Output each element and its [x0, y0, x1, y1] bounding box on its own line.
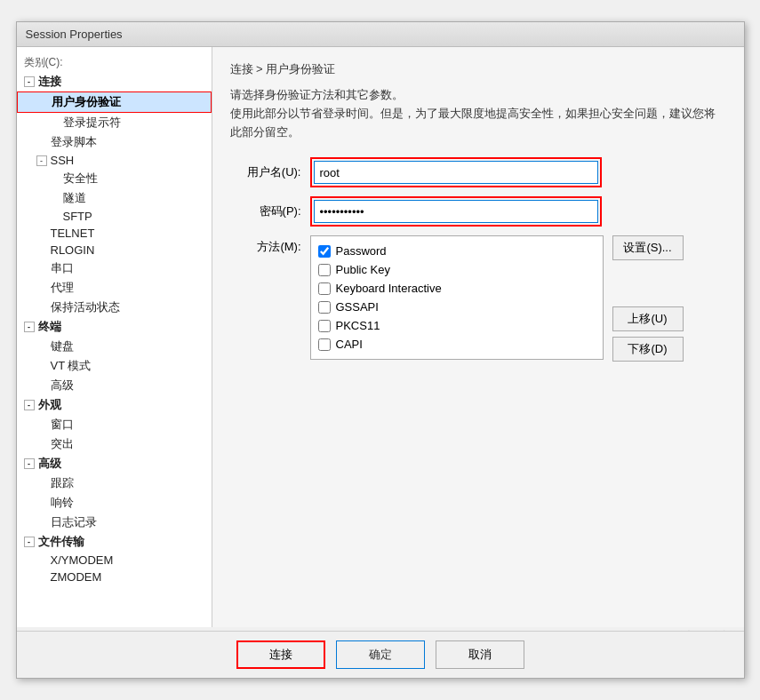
tree-item-appearance[interactable]: -外观 — [17, 395, 212, 415]
password-row: 密码(P): — [230, 196, 726, 227]
tree-toggle-ssh[interactable]: - — [36, 155, 47, 166]
movedown-button[interactable]: 下移(D) — [612, 337, 684, 362]
tree-item-advanced2[interactable]: -高级 — [17, 454, 212, 473]
tree-item-sftp[interactable]: SFTP — [17, 208, 212, 225]
username-input[interactable] — [314, 161, 598, 184]
methods-row: 方法(M): PasswordPublic KeyKeyboard Intera… — [230, 235, 726, 362]
main-dialog: Session Properties 类别(C): -连接用户身份验证登录提示符… — [16, 21, 745, 679]
settings-button[interactable]: 设置(S)... — [612, 235, 684, 260]
tree-item-highlight[interactable]: 突出 — [17, 434, 212, 454]
tree-toggle-appearance[interactable]: - — [24, 400, 35, 410]
cancel-button[interactable]: 取消 — [436, 640, 524, 669]
tree-item-auth[interactable]: 用户身份验证 — [17, 91, 212, 113]
tree-item-advanced[interactable]: 高级 — [17, 376, 212, 395]
method-label-capi: CAPI — [336, 338, 363, 351]
tree-label-telnet: TELNET — [51, 227, 95, 240]
section-desc: 请选择身份验证方法和其它参数。 使用此部分以节省登录时间。但是，为了最大限度地提… — [230, 86, 726, 141]
method-item-public-key: Public Key — [318, 260, 596, 279]
tree-label-tunnel: 隧道 — [63, 190, 86, 206]
password-label: 密码(P): — [230, 203, 301, 219]
method-label-password: Password — [336, 244, 387, 258]
tree-item-rlogin[interactable]: RLOGIN — [17, 242, 212, 259]
method-checkbox-gssapi[interactable] — [318, 301, 331, 314]
ok-button[interactable]: 确定 — [336, 640, 425, 669]
method-checkbox-password[interactable] — [318, 245, 331, 258]
right-panel: 连接 > 用户身份验证 请选择身份验证方法和其它参数。 使用此部分以节省登录时间… — [212, 47, 744, 627]
tree-label-keyboard: 键盘 — [51, 338, 74, 354]
tree-item-vt-mode[interactable]: VT 模式 — [17, 356, 212, 376]
tree-label-advanced: 高级 — [51, 378, 74, 394]
method-item-keyboard-interactive: Keyboard Interactive — [318, 279, 596, 298]
tree-label-advanced2: 高级 — [38, 456, 61, 472]
dialog-body: 类别(C): -连接用户身份验证登录提示符登录脚本-SSH安全性隧道SFTPTE… — [17, 47, 744, 627]
tree-label-security: 安全性 — [63, 171, 98, 187]
tree-label-xymodem: X/YMODEM — [51, 553, 114, 567]
dialog-title: Session Properties — [26, 28, 123, 41]
tree-item-window[interactable]: 窗口 — [17, 415, 212, 434]
method-checkbox-keyboard-interactive[interactable] — [318, 282, 331, 295]
tree-label-rlogin: RLOGIN — [51, 243, 95, 257]
tree-label-vt-mode: VT 模式 — [51, 358, 92, 374]
username-label: 用户名(U): — [230, 164, 301, 180]
tree-item-login-script[interactable]: 登录脚本 — [17, 132, 212, 152]
tree-label-proxy: 代理 — [51, 280, 74, 296]
method-label-gssapi: GSSAPI — [336, 300, 379, 314]
tree-label-keepalive: 保持活动状态 — [51, 299, 120, 315]
method-checkbox-capi[interactable] — [318, 338, 331, 351]
moveup-button[interactable]: 上移(U) — [612, 306, 684, 331]
tree-label-auth: 用户身份验证 — [52, 94, 121, 110]
tree-label-log: 日志记录 — [51, 514, 97, 530]
methods-box: PasswordPublic KeyKeyboard InteractiveGS… — [310, 235, 604, 360]
tree-item-proxy[interactable]: 代理 — [17, 278, 212, 298]
tree-label-ssh: SSH — [51, 154, 75, 167]
tree-label-zmodem: ZMODEM — [51, 570, 102, 584]
connect-button[interactable]: 连接 — [236, 640, 325, 669]
desc-line1: 请选择身份验证方法和其它参数。 — [230, 86, 726, 105]
tree-item-zmodem[interactable]: ZMODEM — [17, 569, 212, 585]
username-input-wrap — [310, 157, 602, 187]
tree-label-connection: 连接 — [38, 74, 61, 90]
tree-label-filetransfer: 文件传输 — [38, 534, 84, 550]
breadcrumb: 连接 > 用户身份验证 — [230, 61, 726, 77]
dialog-footer: 连接 确定 取消 — [17, 631, 744, 678]
tree-item-bell[interactable]: 响铃 — [17, 493, 212, 513]
method-label-pkcs11: PKCS11 — [336, 319, 380, 332]
tree-item-security[interactable]: 安全性 — [17, 169, 212, 188]
username-row: 用户名(U): — [230, 157, 726, 187]
method-item-password: Password — [318, 242, 596, 260]
tree-item-xymodem[interactable]: X/YMODEM — [17, 552, 212, 569]
tree-item-trace[interactable]: 跟踪 — [17, 473, 212, 493]
dialog-title-bar: Session Properties — [17, 22, 744, 47]
tree-label-login-script: 登录脚本 — [51, 134, 97, 150]
tree-toggle-terminal[interactable]: - — [24, 322, 35, 332]
tree-item-connection[interactable]: -连接 — [17, 72, 212, 91]
tree-toggle-advanced2[interactable]: - — [24, 458, 35, 469]
tree-label-login-prompt: 登录提示符 — [63, 115, 121, 131]
tree-item-tunnel[interactable]: 隧道 — [17, 188, 212, 208]
category-label: 类别(C): — [17, 52, 212, 72]
tree-toggle-filetransfer[interactable]: - — [24, 537, 35, 547]
tree-item-log[interactable]: 日志记录 — [17, 513, 212, 532]
desc-line2: 使用此部分以节省登录时间。但是，为了最大限度地提高安全性，如果担心安全问题，建议… — [230, 105, 726, 142]
method-item-gssapi: GSSAPI — [318, 298, 596, 316]
tree-item-telnet[interactable]: TELNET — [17, 225, 212, 242]
tree-item-ssh[interactable]: -SSH — [17, 152, 212, 169]
tree-item-login-prompt[interactable]: 登录提示符 — [17, 113, 212, 132]
tree-label-highlight: 突出 — [51, 436, 74, 452]
method-item-capi: CAPI — [318, 335, 596, 354]
tree-item-filetransfer[interactable]: -文件传输 — [17, 532, 212, 552]
tree-label-window: 窗口 — [51, 417, 74, 433]
tree-item-serial[interactable]: 串口 — [17, 259, 212, 278]
method-checkbox-public-key[interactable] — [318, 264, 331, 276]
password-input[interactable] — [314, 200, 598, 223]
tree-label-appearance: 外观 — [38, 397, 61, 413]
method-checkbox-pkcs11[interactable] — [318, 320, 331, 332]
tree-item-terminal[interactable]: -终端 — [17, 317, 212, 337]
tree-item-keepalive[interactable]: 保持活动状态 — [17, 298, 212, 317]
tree-item-keyboard[interactable]: 键盘 — [17, 337, 212, 356]
tree-label-terminal: 终端 — [38, 319, 61, 335]
tree-label-sftp: SFTP — [63, 210, 92, 223]
tree-toggle-connection[interactable]: - — [24, 76, 35, 87]
tree-label-bell: 响铃 — [51, 495, 74, 511]
methods-label: 方法(M): — [230, 235, 301, 255]
